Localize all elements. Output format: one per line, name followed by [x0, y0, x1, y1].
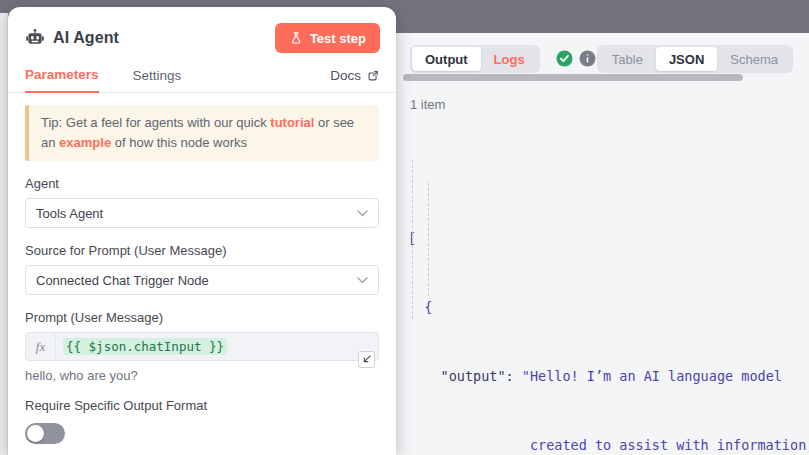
view-mode-switch: Table JSON Schema — [597, 45, 793, 73]
test-step-label: Test step — [310, 31, 366, 46]
output-toolbar: Output Logs — [396, 45, 809, 73]
node-title-wrap: AI Agent — [25, 28, 119, 48]
modal-tabs: Parameters Settings Docs — [8, 53, 396, 93]
tip-callout: Tip: Get a feel for agents with our quic… — [25, 105, 379, 161]
screen: AI Agent Test step Parameters Settings D… — [0, 0, 809, 455]
node-settings-modal: AI Agent Test step Parameters Settings D… — [8, 7, 396, 455]
tab-parameters[interactable]: Parameters — [25, 67, 99, 93]
indent-guide — [428, 183, 429, 296]
output-format-toggle[interactable] — [25, 423, 65, 444]
toggle-knob — [27, 425, 44, 442]
json-line: [ — [408, 227, 809, 250]
expression-preview: hello, who are you? — [25, 368, 379, 383]
example-link[interactable]: example — [59, 135, 111, 150]
indent-guide — [412, 160, 413, 319]
tab-table[interactable]: Table — [599, 47, 656, 71]
json-line: created to assist with information, — [408, 434, 809, 455]
expression-value: {{ $json.chatInput }} — [63, 338, 227, 355]
tab-logs[interactable]: Logs — [481, 47, 538, 71]
tab-schema[interactable]: Schema — [717, 47, 791, 71]
chevron-down-icon — [357, 277, 368, 284]
source-label: Source for Prompt (User Message) — [25, 243, 379, 258]
source-select-value: Connected Chat Trigger Node — [36, 273, 209, 288]
input-panel-edge — [0, 13, 8, 455]
source-select[interactable]: Connected Chat Trigger Node — [25, 265, 379, 295]
chevron-down-icon — [357, 210, 368, 217]
output-panel: Output Logs — [396, 33, 809, 455]
items-count: 1 item — [410, 97, 445, 112]
json-output-view: [ { "output": "Hello! I’m an AI language… — [408, 135, 809, 455]
node-title: AI Agent — [53, 29, 119, 47]
json-key: "output" — [441, 368, 506, 384]
docs-label: Docs — [330, 68, 361, 83]
json-line: "output": "Hello! I’m an AI language mod… — [408, 365, 809, 388]
info-icon[interactable] — [579, 50, 596, 67]
docs-link[interactable]: Docs — [330, 68, 379, 92]
output-logs-switch: Output Logs — [410, 45, 540, 73]
tab-settings[interactable]: Settings — [133, 68, 182, 92]
prompt-expression-input[interactable]: fx {{ $json.chatInput }} — [25, 332, 379, 361]
expand-icon — [361, 354, 372, 365]
tip-text: Tip: Get a feel for agents with our quic… — [41, 115, 270, 130]
success-status-icon — [556, 50, 573, 67]
output-format-label: Require Specific Output Format — [25, 398, 379, 413]
prompt-label: Prompt (User Message) — [25, 310, 379, 325]
test-step-button[interactable]: Test step — [275, 23, 380, 53]
modal-header: AI Agent Test step — [8, 7, 396, 53]
horizontal-scrollbar[interactable] — [403, 74, 743, 81]
external-link-icon — [367, 70, 379, 82]
fx-badge: fx — [26, 333, 56, 360]
flask-icon — [289, 31, 303, 45]
tutorial-link[interactable]: tutorial — [270, 115, 314, 130]
parameters-body: Tip: Get a feel for agents with our quic… — [8, 93, 396, 444]
tab-output[interactable]: Output — [412, 47, 481, 71]
tab-json[interactable]: JSON — [656, 47, 717, 71]
robot-icon — [25, 28, 45, 48]
json-line: { — [408, 296, 809, 319]
expand-expression-button[interactable] — [358, 351, 375, 368]
json-string-value: "Hello! I’m an AI language model — [522, 368, 782, 384]
agent-label: Agent — [25, 176, 379, 191]
tip-text: of how this node works — [111, 135, 247, 150]
agent-select[interactable]: Tools Agent — [25, 198, 379, 228]
agent-select-value: Tools Agent — [36, 206, 103, 221]
